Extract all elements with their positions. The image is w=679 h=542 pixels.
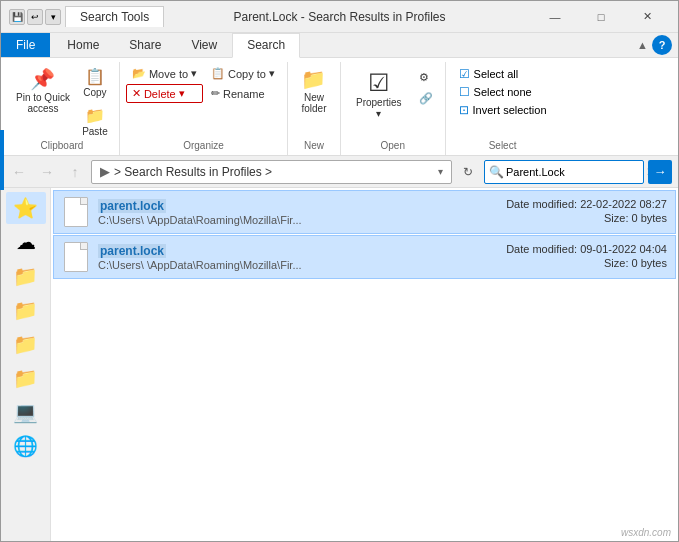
organize-stack-top: 📂 Move to ▾ ✕ Delete ▾ [126, 64, 203, 103]
search-input[interactable] [506, 166, 644, 178]
file-shape-2 [64, 242, 88, 272]
copy-button[interactable]: 📋 Copy [77, 64, 113, 101]
back-button[interactable]: ← [7, 160, 31, 184]
file-item-2[interactable]: parent.lock C:\Users\ \AppData\Roaming\M… [53, 235, 676, 279]
sidebar-item-3[interactable]: 📁 [6, 328, 46, 360]
watermark: wsxdn.com [621, 527, 671, 538]
paste-button[interactable]: 📁 Paste [77, 103, 113, 140]
close-button[interactable]: ✕ [624, 1, 670, 33]
paste-icon: 📁 [85, 106, 105, 125]
extra-icon: 🔗 [419, 92, 433, 105]
search-icon: 🔍 [489, 165, 504, 179]
file-item-1[interactable]: parent.lock C:\Users\ \AppData\Roaming\M… [53, 190, 676, 234]
clipboard-items: 📌 Pin to Quick access 📋 Copy 📁 Paste [11, 64, 113, 140]
file-icon-2 [62, 240, 90, 274]
tab-file[interactable]: File [1, 33, 50, 57]
select-all-button[interactable]: ☑ Select all [456, 66, 550, 82]
select-group: ☑ Select all ☐ Select none ⊡ Invert sele… [446, 62, 560, 155]
properties-icon: ☑ [368, 69, 390, 97]
forward-button[interactable]: → [35, 160, 59, 184]
ribbon: File Home Share View Search ▲ ? 📌 Pin to… [1, 33, 678, 156]
window-title: Parent.Lock - Search Results in Profiles [233, 10, 445, 24]
title-bar-left: 💾 ↩ ▾ Search Tools [9, 6, 164, 27]
pin-icon: 📌 [30, 67, 55, 91]
move-icon: 📂 [132, 67, 146, 80]
address-path[interactable]: ▶ > Search Results in Profiles > ▾ [91, 160, 452, 184]
file-meta-1: Date modified: 22-02-2022 08:27 Size: 0 … [506, 198, 667, 226]
organize-group: 📂 Move to ▾ ✕ Delete ▾ 📋 Copy to ▾ [120, 62, 288, 155]
sidebar-item-1[interactable]: 📁 [6, 260, 46, 292]
select-label: Select [489, 140, 517, 153]
properties-button[interactable]: ☑ Properties ▾ [347, 64, 411, 124]
properties-dropdown-icon: ▾ [376, 108, 381, 119]
file-icon-1 [62, 195, 90, 229]
sidebar-item-4[interactable]: 📁 [6, 362, 46, 394]
file-size-2: Size: 0 bytes [506, 257, 667, 269]
sidebar-item-2[interactable]: 📁 [6, 294, 46, 326]
copyto-dropdown-icon: ▾ [269, 67, 275, 80]
invert-icon: ⊡ [459, 103, 469, 117]
organize-label: Organize [183, 140, 224, 153]
settings-icon: ⚙ [419, 71, 429, 84]
search-box[interactable]: 🔍 ✕ [484, 160, 644, 184]
folder-breadcrumb-icon: ▶ [100, 164, 110, 179]
sidebar-item-onedrive[interactable]: ☁ [6, 226, 46, 258]
file-date-2: Date modified: 09-01-2022 04:04 [506, 243, 667, 255]
file-name-area-2: parent.lock C:\Users\ \AppData\Roaming\M… [98, 244, 506, 271]
sidebar-item-5[interactable]: 💻 [6, 396, 46, 428]
path-dropdown-icon[interactable]: ▾ [438, 166, 443, 177]
clipboard-label: Clipboard [41, 140, 84, 153]
tab-home[interactable]: Home [52, 33, 114, 57]
copy-icon: 📋 [85, 67, 105, 86]
organize-items: 📂 Move to ▾ ✕ Delete ▾ 📋 Copy to ▾ [126, 64, 281, 140]
delete-dropdown-icon: ▾ [179, 87, 185, 100]
tab-search[interactable]: Search [232, 33, 300, 58]
quick-access-undo[interactable]: ↩ [27, 9, 43, 25]
open-settings-button[interactable]: ⚙ [413, 68, 439, 87]
help-button[interactable]: ? [652, 35, 672, 55]
path-text: > Search Results in Profiles > [114, 165, 272, 179]
move-to-button[interactable]: 📂 Move to ▾ [126, 64, 203, 83]
tab-view[interactable]: View [176, 33, 232, 57]
minimize-button[interactable]: — [532, 1, 578, 33]
open-items: ☑ Properties ▾ ⚙ 🔗 [347, 64, 439, 140]
sidebar: ⭐ ☁ 📁 📁 📁 📁 💻 🌐 [1, 188, 51, 542]
sidebar-item-quick-access[interactable]: ⭐ [6, 192, 46, 224]
ribbon-content: 📌 Pin to Quick access 📋 Copy 📁 Paste Cli… [1, 58, 678, 155]
file-date-1: Date modified: 22-02-2022 08:27 [506, 198, 667, 210]
select-items: ☑ Select all ☐ Select none ⊡ Invert sele… [452, 64, 554, 120]
delete-icon: ✕ [132, 87, 141, 100]
search-tools-tab[interactable]: Search Tools [65, 6, 164, 27]
quick-access-toolbar: 💾 ↩ ▾ [9, 9, 61, 25]
quick-access-dropdown[interactable]: ▾ [45, 9, 61, 25]
ribbon-collapse-icon[interactable]: ▲ [637, 39, 648, 51]
search-go-button[interactable]: → [648, 160, 672, 184]
quick-access-save[interactable]: 💾 [9, 9, 25, 25]
maximize-button[interactable]: □ [578, 1, 624, 33]
sidebar-scroll-indicator [1, 188, 4, 190]
sidebar-item-6[interactable]: 🌐 [6, 430, 46, 462]
copyto-icon: 📋 [211, 67, 225, 80]
new-label: New [304, 140, 324, 153]
file-name-1: parent.lock [98, 199, 166, 213]
file-path-1: C:\Users\ \AppData\Roaming\Mozilla\Fir..… [98, 214, 506, 226]
organize-stack-bottom: 📋 Copy to ▾ ✏ Rename [205, 64, 281, 103]
clipboard-group: 📌 Pin to Quick access 📋 Copy 📁 Paste Cli… [5, 62, 120, 155]
file-list: parent.lock C:\Users\ \AppData\Roaming\M… [51, 188, 678, 542]
refresh-button[interactable]: ↻ [456, 160, 480, 184]
copy-to-button[interactable]: 📋 Copy to ▾ [205, 64, 281, 83]
delete-button[interactable]: ✕ Delete ▾ [126, 84, 203, 103]
new-folder-button[interactable]: 📁 New folder [294, 64, 334, 117]
title-bar: 💾 ↩ ▾ Search Tools Parent.Lock - Search … [1, 1, 678, 33]
ribbon-tabs: File Home Share View Search ▲ ? [1, 33, 678, 58]
tab-share[interactable]: Share [114, 33, 176, 57]
up-button[interactable]: ↑ [63, 160, 87, 184]
open-group: ☑ Properties ▾ ⚙ 🔗 Open [341, 62, 446, 155]
rename-button[interactable]: ✏ Rename [205, 84, 281, 103]
file-size-1: Size: 0 bytes [506, 212, 667, 224]
new-items: 📁 New folder [294, 64, 334, 140]
open-extra-button[interactable]: 🔗 [413, 89, 439, 108]
pin-to-quick-access-button[interactable]: 📌 Pin to Quick access [11, 64, 75, 117]
select-none-button[interactable]: ☐ Select none [456, 84, 550, 100]
invert-selection-button[interactable]: ⊡ Invert selection [456, 102, 550, 118]
